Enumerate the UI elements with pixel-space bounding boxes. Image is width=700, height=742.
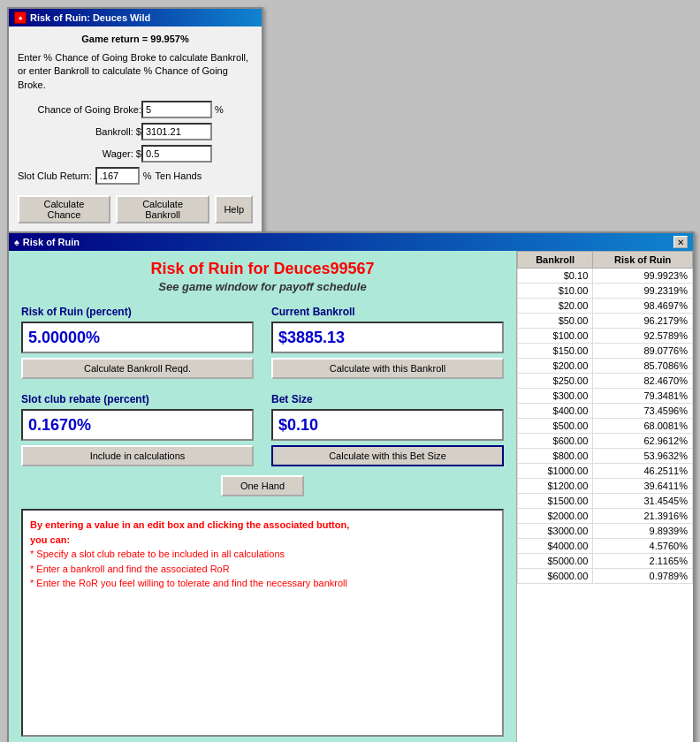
- table-cell-bankroll: $1500.00: [518, 494, 593, 509]
- calc-bet-size-button[interactable]: Calculate with this Bet Size: [271, 445, 504, 466]
- table-row: $800.0053.9632%: [518, 449, 693, 464]
- info-line2: you can:: [30, 534, 70, 545]
- small-window-title-bar: ♠ Risk of Ruin: Deuces Wild: [9, 9, 262, 26]
- table-row: $600.0062.9612%: [518, 434, 693, 449]
- current-bankroll-box: $3885.13: [271, 322, 504, 353]
- table-cell-bankroll: $250.00: [518, 374, 593, 389]
- wager-input[interactable]: [141, 145, 212, 163]
- large-window: ♠ Risk of Ruin ✕ Risk of Ruin for Deuces…: [7, 231, 695, 742]
- table-row: $2000.0021.3916%: [518, 509, 693, 524]
- bet-size-label: Bet Size: [271, 393, 504, 405]
- info-line1: By entering a value in an edit box and c…: [30, 519, 349, 530]
- table-cell-ror: 46.2511%: [593, 464, 693, 479]
- table-row: $5000.002.1165%: [518, 554, 693, 569]
- table-row: $10.0099.2319%: [518, 284, 693, 299]
- one-hand-button[interactable]: One Hand: [221, 475, 304, 496]
- help-button[interactable]: Help: [215, 195, 253, 223]
- chance-pct-symbol: %: [215, 104, 224, 115]
- table-row: $150.0089.0776%: [518, 344, 693, 359]
- table-cell-bankroll: $4000.00: [518, 539, 593, 554]
- large-window-title-bar: ♠ Risk of Ruin ✕: [9, 233, 693, 251]
- ror-percent-value: 5.00000%: [28, 329, 100, 347]
- right-panel: Bankroll Risk of Ruin $0.1099.9923%$10.0…: [516, 251, 693, 742]
- table-cell-bankroll: $6000.00: [518, 569, 593, 584]
- table-cell-bankroll: $150.00: [518, 344, 593, 359]
- bet-size-box: $0.10: [271, 409, 504, 441]
- current-bankroll-label: Current Bankroll: [271, 306, 504, 318]
- table-row: $50.0096.2179%: [518, 314, 693, 329]
- current-bankroll-section: Current Bankroll $3885.13 Calculate with…: [271, 306, 504, 379]
- info-line4: * Enter a bankroll and find the associat…: [30, 564, 230, 574]
- table-row: $200.0085.7086%: [518, 359, 693, 374]
- table-row: $0.1099.9923%: [518, 269, 693, 284]
- table-row: $300.0079.3481%: [518, 389, 693, 404]
- info-line3: * Specify a slot club rebate to be inclu…: [30, 549, 285, 559]
- table-cell-ror: 99.2319%: [593, 284, 693, 299]
- table-cell-ror: 79.3481%: [593, 389, 693, 404]
- table-cell-ror: 0.9789%: [593, 569, 693, 584]
- table-row: $400.0073.4596%: [518, 404, 693, 419]
- table-cell-ror: 62.9612%: [593, 434, 693, 449]
- close-button[interactable]: ✕: [673, 236, 688, 248]
- table-cell-ror: 85.7086%: [593, 359, 693, 374]
- ror-table: Bankroll Risk of Ruin $0.1099.9923%$10.0…: [517, 251, 693, 584]
- table-row: $100.0092.5789%: [518, 329, 693, 344]
- slot-pct-symbol: %: [143, 170, 152, 181]
- table-cell-bankroll: $5000.00: [518, 554, 593, 569]
- table-cell-ror: 73.4596%: [593, 404, 693, 419]
- table-cell-bankroll: $0.10: [518, 269, 593, 284]
- ror-percent-label: Risk of Ruin (percent): [21, 306, 254, 318]
- table-cell-ror: 98.4697%: [593, 299, 693, 314]
- window-icon: ♠: [14, 11, 27, 24]
- table-cell-bankroll: $500.00: [518, 419, 593, 434]
- table-cell-bankroll: $200.00: [518, 359, 593, 374]
- table-cell-bankroll: $100.00: [518, 329, 593, 344]
- table-cell-ror: 68.0081%: [593, 419, 693, 434]
- table-row: $1500.0031.4545%: [518, 494, 693, 509]
- table-cell-bankroll: $3000.00: [518, 524, 593, 539]
- col-bankroll-header: Bankroll: [518, 252, 593, 269]
- table-cell-ror: 31.4545%: [593, 494, 693, 509]
- ror-percent-box: 5.00000%: [21, 322, 254, 353]
- table-cell-bankroll: $20.00: [518, 299, 593, 314]
- calculate-chance-button[interactable]: Calculate Chance: [18, 195, 110, 223]
- slot-rebate-section: Slot club rebate (percent) 0.1670% Inclu…: [21, 393, 254, 466]
- table-cell-bankroll: $1200.00: [518, 479, 593, 494]
- table-cell-ror: 99.9923%: [593, 269, 693, 284]
- calc-with-bankroll-button[interactable]: Calculate with this Bankroll: [271, 358, 504, 379]
- ror-percent-section: Risk of Ruin (percent) 5.00000% Calculat…: [21, 306, 254, 379]
- slot-rebate-value: 0.1670%: [28, 416, 91, 435]
- large-window-icon: ♠: [14, 237, 19, 247]
- table-cell-bankroll: $300.00: [518, 389, 593, 404]
- current-bankroll-value: $3885.13: [278, 329, 345, 347]
- left-panel: Risk of Ruin for Deuces99567 See game wi…: [9, 251, 516, 742]
- info-box: By entering a value in an edit box and c…: [21, 509, 504, 737]
- slot-rebate-box: 0.1670%: [21, 409, 254, 441]
- table-cell-bankroll: $800.00: [518, 449, 593, 464]
- bankroll-input[interactable]: [141, 123, 212, 140]
- table-cell-bankroll: $10.00: [518, 284, 593, 299]
- slot-club-label: Slot Club Return:: [18, 170, 92, 181]
- table-row: $6000.000.9789%: [518, 569, 693, 584]
- table-cell-bankroll: $2000.00: [518, 509, 593, 524]
- col-ror-header: Risk of Ruin: [593, 252, 693, 269]
- table-row: $20.0098.4697%: [518, 299, 693, 314]
- small-window: ♠ Risk of Ruin: Deuces Wild Game return …: [7, 7, 263, 236]
- include-calc-button[interactable]: Include in calculations: [21, 445, 254, 466]
- ror-subtitle: See game window for payoff schedule: [21, 280, 504, 293]
- calculate-bankroll-button[interactable]: Calculate Bankroll: [116, 195, 210, 223]
- calc-bankroll-reqd-button[interactable]: Calculate Bankroll Reqd.: [21, 358, 254, 379]
- table-cell-ror: 96.2179%: [593, 314, 693, 329]
- table-row: $1000.0046.2511%: [518, 464, 693, 479]
- slot-club-input[interactable]: [95, 167, 140, 185]
- chance-input[interactable]: [141, 101, 212, 118]
- large-window-title: Risk of Ruin: [23, 237, 80, 247]
- bet-size-value: $0.10: [278, 416, 318, 435]
- table-cell-ror: 53.9632%: [593, 449, 693, 464]
- ror-main-title: Risk of Ruin for Deuces99567: [21, 260, 504, 278]
- table-cell-bankroll: $50.00: [518, 314, 593, 329]
- table-row: $250.0082.4670%: [518, 374, 693, 389]
- table-cell-bankroll: $400.00: [518, 404, 593, 419]
- table-cell-ror: 82.4670%: [593, 374, 693, 389]
- table-cell-bankroll: $1000.00: [518, 464, 593, 479]
